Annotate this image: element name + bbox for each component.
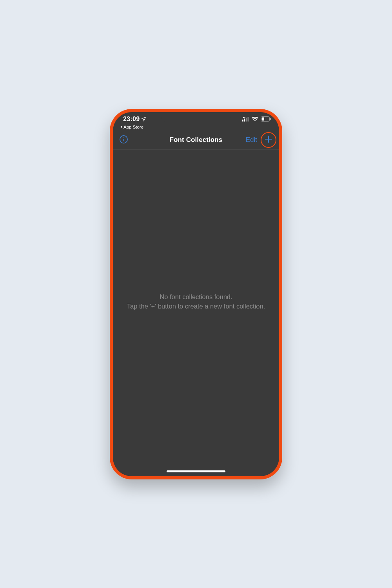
empty-line-2: Tap the '+' button to create a new font … — [127, 302, 265, 311]
add-button[interactable] — [262, 133, 275, 147]
info-button[interactable] — [118, 135, 129, 145]
notch — [161, 112, 231, 122]
location-arrow-icon — [141, 116, 146, 122]
svg-rect-8 — [270, 118, 271, 120]
empty-state: No font collections found. Tap the '+' b… — [113, 150, 279, 476]
cellular-icon — [242, 117, 249, 122]
svg-rect-0 — [242, 120, 243, 122]
caret-left-icon — [120, 125, 123, 129]
svg-rect-1 — [244, 118, 245, 122]
status-time: 23:09 — [123, 116, 140, 123]
plus-icon — [264, 134, 273, 145]
svg-point-4 — [243, 117, 244, 118]
svg-rect-2 — [246, 118, 247, 122]
screen: 23:09 — [113, 112, 279, 476]
phone-frame: 23:09 — [110, 109, 282, 479]
svg-rect-3 — [248, 117, 249, 122]
info-icon — [119, 135, 128, 145]
battery-icon — [261, 116, 271, 122]
back-to-app[interactable]: App Store — [113, 124, 279, 129]
svg-point-5 — [244, 117, 245, 118]
edit-button[interactable]: Edit — [245, 134, 258, 145]
svg-point-11 — [123, 137, 123, 138]
empty-line-1: No font collections found. — [127, 292, 265, 302]
back-app-label: App Store — [123, 125, 143, 129]
wifi-icon — [252, 117, 258, 122]
home-indicator[interactable] — [167, 470, 225, 472]
nav-bar: Font Collections Edit — [113, 129, 279, 150]
svg-rect-7 — [262, 118, 265, 121]
